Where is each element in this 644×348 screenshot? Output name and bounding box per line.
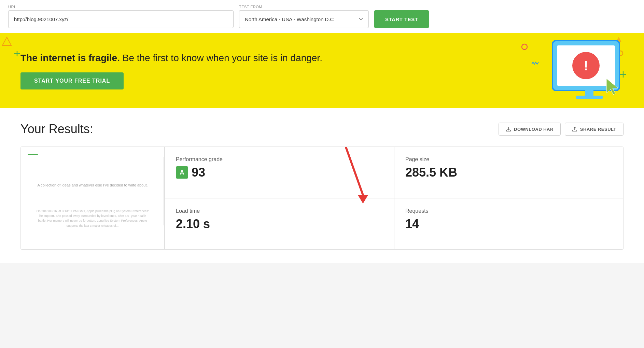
results-header: Your Results: DOWNLOAD HAR SHARE RESULT — [20, 122, 624, 136]
deco-zigzag — [531, 60, 539, 68]
svg-marker-12 — [358, 195, 368, 204]
page-size-label: Page size — [405, 156, 612, 163]
requests-label: Requests — [405, 208, 612, 214]
results-grid: A collection of ideas and whatever else … — [20, 147, 624, 250]
grade-badge: A — [176, 166, 188, 179]
performance-grade-number: 93 — [192, 165, 205, 180]
share-result-button[interactable]: SHARE RESULT — [565, 123, 624, 136]
svg-marker-0 — [2, 37, 11, 45]
banner-headline: The internet is fragile. Be the first to… — [20, 52, 507, 64]
load-time-label: Load time — [176, 208, 383, 214]
page-size-cell: Page size 285.5 KB — [394, 147, 623, 198]
requests-cell: Requests 14 — [394, 198, 623, 249]
share-icon — [572, 126, 577, 132]
url-group: URL — [8, 5, 234, 28]
url-label: URL — [8, 5, 234, 9]
download-icon — [506, 126, 511, 132]
preview-divider — [164, 157, 164, 225]
results-title: Your Results: — [20, 122, 93, 136]
results-section: Your Results: DOWNLOAD HAR SHARE RESULT — [0, 108, 644, 263]
location-label: Test from — [239, 5, 369, 9]
top-bar: URL Test from North America - USA - Wash… — [0, 0, 644, 33]
deco-triangle-1 — [2, 37, 12, 47]
svg-point-3 — [522, 44, 527, 50]
alert-icon: ! — [572, 52, 600, 79]
deco-plus-1 — [14, 50, 20, 57]
load-time-cell: Load time 2.10 s — [165, 198, 394, 249]
url-input[interactable] — [8, 10, 234, 28]
page-preview: A collection of ideas and whatever else … — [21, 147, 164, 249]
monitor-illustration: ! — [528, 33, 624, 108]
free-trial-button[interactable]: START YOUR FREE TRIAL — [20, 72, 124, 89]
svg-line-11 — [346, 147, 363, 195]
requests-value: 14 — [405, 217, 612, 231]
start-test-button[interactable]: START TEST — [374, 10, 429, 28]
location-select[interactable]: North America - USA - Washington D.C — [239, 10, 369, 28]
cursor-icon — [604, 77, 621, 96]
promo-banner: The internet is fragile. Be the first to… — [0, 33, 644, 108]
download-har-button[interactable]: DOWNLOAD HAR — [499, 123, 561, 136]
preview-main-text: A collection of ideas and whatever else … — [37, 182, 148, 188]
results-actions: DOWNLOAD HAR SHARE RESULT — [499, 123, 624, 136]
preview-bar — [28, 154, 38, 155]
banner-content: The internet is fragile. Be the first to… — [0, 41, 528, 100]
page-size-value: 285.5 KB — [405, 165, 612, 180]
load-time-value: 2.10 s — [176, 217, 383, 231]
red-arrow — [339, 147, 373, 205]
location-group: Test from North America - USA - Washingt… — [239, 5, 369, 28]
monitor-base — [576, 96, 603, 99]
preview-secondary-text: On 2018/09/16, at 3:13:01 PM GMT, Apple … — [28, 209, 157, 228]
deco-circle-1 — [521, 43, 528, 50]
svg-marker-8 — [606, 79, 618, 95]
